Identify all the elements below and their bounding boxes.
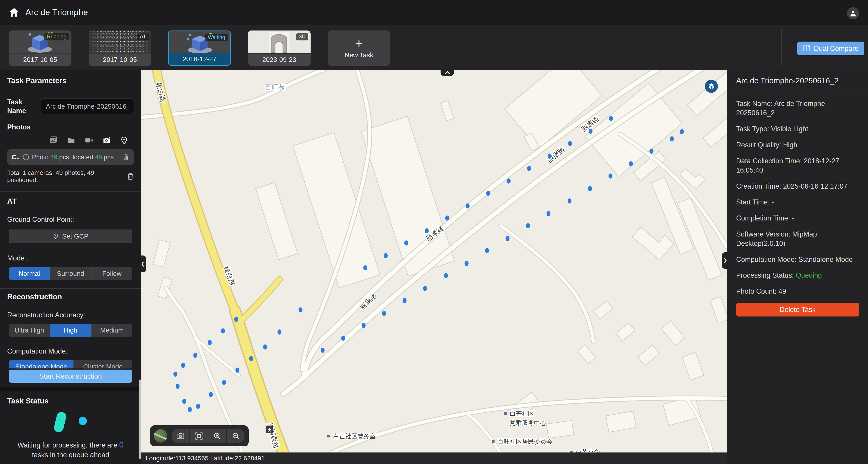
cube-icon — [708, 83, 715, 90]
photos-summary: Total 1 cameras, 49 photos, 49 positione… — [7, 169, 127, 184]
zoom-out-button[interactable] — [226, 429, 245, 443]
task-card-1[interactable]: ? Running 2017-10-05 — [9, 31, 71, 66]
task-card-3-selected[interactable]: ? Waiting 2018-12-27 — [168, 31, 231, 66]
loading-blob-cyan — [79, 417, 87, 425]
zoom-in-button[interactable] — [208, 429, 226, 443]
fit-frame-icon — [195, 432, 203, 440]
svg-text:白芒社区警务室: 白芒社区警务室 — [333, 433, 376, 440]
mode-option-normal[interactable]: Normal — [9, 267, 50, 280]
basemap-layer-thumbnail[interactable] — [154, 429, 167, 442]
task-card-4-date: 2023-09-23 — [248, 53, 311, 66]
user-avatar-icon[interactable] — [847, 7, 859, 20]
details-title: Arc de Triomphe-20250616_2 — [736, 76, 859, 85]
task-name-input[interactable] — [41, 99, 134, 114]
field-computation-mode: Computation Mode: Standalone Mode — [736, 255, 859, 264]
svg-text:百旺社区居民委员会: 百旺社区居民委员会 — [498, 438, 553, 445]
info-icon — [23, 154, 29, 160]
map-canvas[interactable]: 百旺苑 丽康路丽康路丽康路丽康路松白路松白路沙河西路 白芒社区党群服务中心百旺社… — [141, 70, 727, 464]
coordinates-status-bar: Longitude:113.934565 Latitude:22.628491 — [141, 453, 727, 464]
divider — [727, 91, 868, 91]
accuracy-label: Reconstruction Accuracy: — [7, 311, 134, 319]
sidebar-scrollbar[interactable] — [139, 379, 141, 459]
gcp-pin-icon — [53, 233, 59, 240]
svg-text:百旺苑: 百旺苑 — [265, 84, 285, 91]
trash-all-icon[interactable] — [127, 173, 134, 180]
chevron-left-icon: ❮ — [141, 261, 145, 267]
computation-option-standalone[interactable]: Standalone Mode — [9, 360, 73, 368]
mode-option-surround[interactable]: Surround — [50, 267, 91, 280]
computation-mode-label: Computation Mode: — [7, 347, 134, 355]
mode-segmented-control: Normal Surround Follow — [9, 267, 132, 280]
field-processing-status: Processing Status: Queuing — [736, 271, 859, 280]
toolbar-divider — [781, 29, 782, 65]
task-card-2-date: 2017-10-05 — [89, 53, 151, 66]
task-thumbnails-bar: ? Running 2017-10-05 AT 2017-10-05 ? Wai… — [0, 25, 868, 71]
location-pin-icon[interactable] — [120, 136, 128, 144]
svg-text:白芒社区: 白芒社区 — [510, 410, 534, 417]
status-badge: Waiting — [205, 34, 228, 41]
field-result-quality: Result Quality: High — [736, 140, 859, 150]
mode-option-follow[interactable]: Follow — [91, 267, 132, 280]
status-badge: AT — [137, 33, 149, 40]
loading-blob-teal — [53, 411, 67, 433]
task-card-4[interactable]: 3D 2023-09-23 — [248, 31, 311, 66]
mode-label: Mode : — [7, 254, 134, 262]
photos-label: Photos — [7, 123, 134, 131]
task-status-title: Task Status — [7, 397, 134, 405]
gallery-icon[interactable] — [49, 136, 58, 144]
zoom-in-icon — [213, 432, 221, 440]
new-task-button[interactable]: + New Task — [328, 31, 391, 66]
field-creation-time: Creation Time: 2025-06-16 12:17:07 — [736, 181, 859, 191]
delete-task-button[interactable]: Delete Task — [736, 303, 859, 317]
status-value-queuing: Queuing — [796, 271, 822, 279]
trash-icon[interactable] — [122, 153, 129, 161]
map-svg: 百旺苑 丽康路丽康路丽康路丽康路松白路松白路沙河西路 白芒社区党群服务中心百旺社… — [141, 70, 727, 453]
folder-icon[interactable] — [67, 136, 75, 144]
computation-option-cluster[interactable]: Cluster Mode — [73, 360, 132, 368]
divider — [0, 90, 141, 90]
collapse-left-panel-tab[interactable]: ❮ — [141, 256, 146, 272]
task-card-3-date: 2018-12-27 — [169, 53, 230, 65]
svg-text:党群服务中心: 党群服务中心 — [510, 420, 547, 426]
map-area-labels: 百旺苑 — [265, 84, 285, 91]
collapse-thumbnails-tab[interactable] — [440, 70, 454, 76]
header: Arc de Triomphe — [0, 0, 868, 25]
camera-capture-icon — [176, 432, 185, 440]
chevron-right-icon: ❯ — [723, 258, 727, 263]
at-section-title: AT — [7, 197, 134, 206]
start-reconstruction-button[interactable]: Start Reconstruction — [9, 370, 132, 383]
field-data-collection-time: Data Collection Time: 2018-12-27 16:05:4… — [736, 156, 859, 175]
camera-icon[interactable] — [102, 136, 111, 144]
camera-group-row[interactable]: C.. Photo 49 pcs, located 49 pcs — [7, 149, 134, 165]
accuracy-option-high[interactable]: High — [50, 324, 91, 337]
set-gcp-button[interactable]: Set GCP — [9, 230, 132, 243]
reconstruction-section-title: Reconstruction — [7, 293, 134, 301]
field-start-time: Start Time: - — [736, 197, 859, 207]
accuracy-segmented-control: Ultra High High Medium — [9, 324, 132, 337]
field-completion-time: Completion Time: - — [736, 213, 859, 223]
gcp-label: Ground Control Point: — [7, 216, 134, 224]
fit-view-button[interactable] — [189, 429, 208, 443]
expand-right-panel-tab[interactable]: ❯ — [722, 252, 727, 269]
plus-icon: + — [355, 37, 363, 49]
computation-mode-segmented-control-clipped: Standalone Mode Cluster Mode — [9, 360, 132, 368]
loading-animation — [7, 405, 134, 437]
dual-compare-button[interactable]: Dual Compare — [797, 41, 864, 55]
screenshot-button[interactable] — [172, 429, 189, 443]
task-parameters-panel: Task Parameters Task Name Photos C.. Pho… — [0, 70, 141, 464]
video-camera-icon[interactable] — [85, 136, 93, 144]
divider — [0, 191, 141, 191]
panel-title: Task Parameters — [7, 76, 134, 85]
field-software-version: Software Version: MipMap Desktop(2.0.10) — [736, 230, 859, 248]
accuracy-option-ultra-high[interactable]: Ultra High — [9, 324, 50, 337]
page-title: Arc de Triomphe — [26, 8, 88, 17]
task-name-label: Task Name — [7, 98, 41, 115]
accuracy-option-medium[interactable]: Medium — [91, 324, 132, 337]
field-task-name: Task Name: Arc de Triomphe-20250616_2 — [736, 99, 859, 118]
field-task-type: Task Type: Visible Light — [736, 124, 859, 133]
home-icon[interactable] — [9, 7, 20, 18]
task-card-2[interactable]: AT 2017-10-05 — [89, 31, 151, 66]
divider — [0, 288, 141, 289]
task-card-1-date: 2017-10-05 — [9, 53, 71, 66]
map-toolbar — [150, 425, 249, 446]
